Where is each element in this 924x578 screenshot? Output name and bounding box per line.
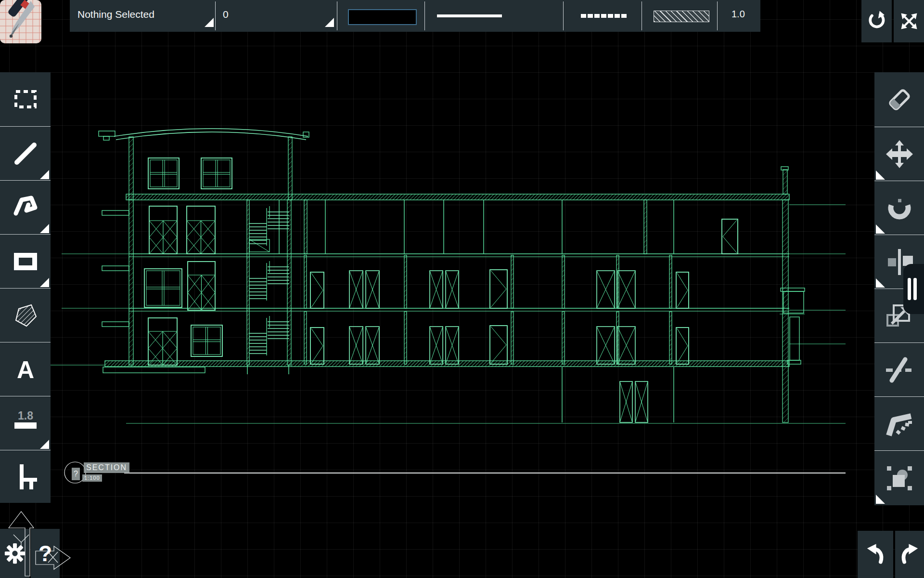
dimension-tool[interactable]: 1.8 <box>0 396 51 450</box>
drawing-canvas[interactable] <box>0 0 924 578</box>
svg-text:1.8: 1.8 <box>18 409 33 422</box>
polyline-tool[interactable] <box>0 180 51 235</box>
hatch-icon <box>10 300 41 331</box>
redo-button[interactable] <box>895 531 924 578</box>
line-icon <box>10 138 41 169</box>
move-tool[interactable] <box>874 127 924 181</box>
submenu-triangle[interactable] <box>876 224 885 234</box>
submenu-triangle[interactable] <box>876 495 885 504</box>
fullscreen-icon <box>898 11 920 32</box>
perpendicular-icon <box>10 461 41 492</box>
fillet-tool[interactable] <box>874 396 924 451</box>
layer-value[interactable]: 0 <box>223 9 229 20</box>
move-icon <box>884 139 915 170</box>
fillet-icon <box>884 408 915 439</box>
submenu-triangle[interactable] <box>40 170 49 179</box>
erase-tool[interactable] <box>874 72 924 127</box>
section-title: SECTION <box>84 462 129 473</box>
ortho-tool[interactable] <box>0 450 51 503</box>
ucs-axis-icon <box>4 505 76 578</box>
array-tool[interactable] <box>874 450 924 505</box>
color-swatch-button[interactable] <box>348 9 417 25</box>
select-tool[interactable] <box>0 72 51 126</box>
submenu-triangle[interactable] <box>40 278 49 287</box>
rectangle-icon <box>10 246 41 277</box>
rotate-tool[interactable] <box>874 181 924 235</box>
submenu-triangle[interactable] <box>876 171 885 180</box>
scale-value[interactable]: 1.0 <box>732 9 745 20</box>
app-logo[interactable] <box>0 0 41 43</box>
marquee-icon <box>10 84 41 115</box>
array-icon <box>884 463 915 494</box>
selection-status[interactable]: Nothing Selected <box>77 9 154 20</box>
trim-tool[interactable] <box>874 342 924 397</box>
layer-dropdown-triangle[interactable] <box>325 18 334 27</box>
section-scale: 1:100 <box>82 474 102 482</box>
line-tool[interactable] <box>0 126 51 181</box>
rectangle-tool[interactable] <box>0 234 51 289</box>
hatch-tool[interactable] <box>0 288 51 342</box>
svg-text:A: A <box>16 356 34 383</box>
rotate-view-button[interactable] <box>861 0 892 42</box>
rotate-icon <box>884 193 915 223</box>
properties-toolbar: Nothing Selected 0 1.0 <box>70 0 760 32</box>
lineweight-button[interactable] <box>437 14 502 17</box>
eraser-icon <box>884 84 915 115</box>
selection-dropdown-triangle[interactable] <box>205 18 214 27</box>
redo-icon <box>898 541 922 567</box>
linetype-button[interactable] <box>581 14 629 18</box>
dimension-icon: 1.8 <box>10 408 41 439</box>
rotate-view-icon <box>866 10 888 32</box>
text-a-icon: A <box>10 354 41 385</box>
submenu-triangle[interactable] <box>876 278 885 288</box>
polyline-icon <box>10 192 41 223</box>
submenu-triangle[interactable] <box>40 440 49 449</box>
text-tool[interactable]: A <box>0 342 51 396</box>
hatch-pattern-button[interactable] <box>654 11 709 22</box>
fullscreen-button[interactable] <box>894 0 924 42</box>
submenu-triangle[interactable] <box>40 224 49 233</box>
section-marker-badge: ? <box>72 468 80 480</box>
drawer-handle[interactable] <box>903 264 924 314</box>
undo-button[interactable] <box>858 531 893 578</box>
undo-icon <box>863 541 887 567</box>
trim-icon <box>884 355 915 385</box>
